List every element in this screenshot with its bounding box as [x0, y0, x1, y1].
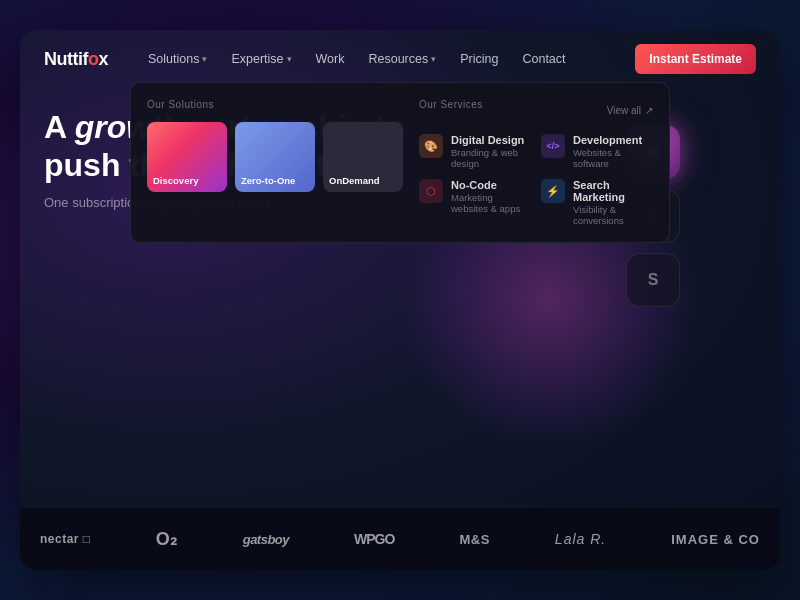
development-name: Development	[573, 134, 653, 146]
solution-zero-label: Zero-to-One	[241, 175, 295, 186]
navbar: Nuttifox Solutions ▾ Expertise ▾ Work Re…	[20, 30, 780, 88]
brand-nectar: nectar □	[40, 532, 91, 546]
solution-discovery[interactable]: Discovery	[147, 122, 227, 192]
development-icon: </>	[541, 134, 565, 158]
services-header: Our Services View all ↗	[419, 99, 653, 122]
solutions-col-label: Our Solutions	[147, 99, 403, 110]
chevron-down-icon: ▾	[287, 54, 292, 64]
service-search-marketing[interactable]: ⚡ Search Marketing Visibility & conversi…	[541, 179, 653, 226]
brand-gatsby: gatsboy	[243, 532, 289, 547]
view-all-button[interactable]: View all ↗	[607, 105, 653, 116]
nav-links: Solutions ▾ Expertise ▾ Work Resources ▾…	[148, 52, 635, 66]
nav-solutions[interactable]: Solutions ▾	[148, 52, 207, 66]
logo[interactable]: Nuttifox	[44, 49, 108, 70]
development-desc: Websites & software	[573, 147, 653, 169]
chevron-down-icon: ▾	[202, 54, 207, 64]
search-marketing-name: Search Marketing	[573, 179, 653, 203]
logo-dot: o	[88, 49, 99, 69]
search-marketing-text: Search Marketing Visibility & conversion…	[573, 179, 653, 226]
logo-bar: nectar □ O₂ gatsboy WPGO M&S Lala R. IMA…	[20, 508, 780, 570]
solution-cards: Discovery Zero-to-One OnDemand	[147, 122, 403, 192]
digital-design-desc: Branding & web design	[451, 147, 531, 169]
solutions-dropdown: Our Solutions Discovery Zero-to-One OnDe…	[130, 82, 670, 243]
service-development[interactable]: </> Development Websites & software	[541, 134, 653, 169]
arrow-icon: ↗	[645, 105, 653, 116]
no-code-name: No-Code	[451, 179, 531, 191]
nav-pricing[interactable]: Pricing	[460, 52, 498, 66]
digital-design-icon: 🎨	[419, 134, 443, 158]
brand-image-co: IMAGE & CO	[671, 532, 760, 547]
no-code-text: No-Code Marketing websites & apps	[451, 179, 531, 214]
page-wrapper: Nuttifox Solutions ▾ Expertise ▾ Work Re…	[20, 30, 780, 570]
service-no-code[interactable]: ⬡ No-Code Marketing websites & apps	[419, 179, 531, 226]
instant-estimate-button[interactable]: Instant Estimate	[635, 44, 756, 74]
no-code-icon: ⬡	[419, 179, 443, 203]
services-grid: 🎨 Digital Design Branding & web design <…	[419, 134, 653, 226]
service-digital-design[interactable]: 🎨 Digital Design Branding & web design	[419, 134, 531, 169]
services-col-label: Our Services	[419, 99, 483, 110]
brand-ms: M&S	[459, 532, 489, 547]
services-column: Our Services View all ↗ 🎨 Digital Design…	[419, 99, 653, 226]
solution-discovery-label: Discovery	[153, 175, 198, 186]
app-icon-dark2: S	[626, 253, 680, 307]
search-marketing-desc: Visibility & conversions	[573, 204, 653, 226]
digital-design-text: Digital Design Branding & web design	[451, 134, 531, 169]
nav-work[interactable]: Work	[316, 52, 345, 66]
nav-resources[interactable]: Resources ▾	[368, 52, 436, 66]
digital-design-name: Digital Design	[451, 134, 531, 146]
development-text: Development Websites & software	[573, 134, 653, 169]
chevron-down-icon: ▾	[431, 54, 436, 64]
brand-o2: O₂	[156, 528, 178, 550]
solution-ondemand[interactable]: OnDemand	[323, 122, 403, 192]
nav-contact[interactable]: Contact	[522, 52, 565, 66]
brand-lala: Lala R.	[555, 531, 606, 547]
solution-zero-to-one[interactable]: Zero-to-One	[235, 122, 315, 192]
brand-wpgo: WPGO	[354, 531, 394, 547]
nav-expertise[interactable]: Expertise ▾	[231, 52, 291, 66]
solutions-column: Our Solutions Discovery Zero-to-One OnDe…	[147, 99, 403, 226]
solution-ondemand-label: OnDemand	[329, 175, 380, 186]
logo-bar-inner: nectar □ O₂ gatsboy WPGO M&S Lala R. IMA…	[40, 528, 760, 550]
no-code-desc: Marketing websites & apps	[451, 192, 531, 214]
search-marketing-icon: ⚡	[541, 179, 565, 203]
